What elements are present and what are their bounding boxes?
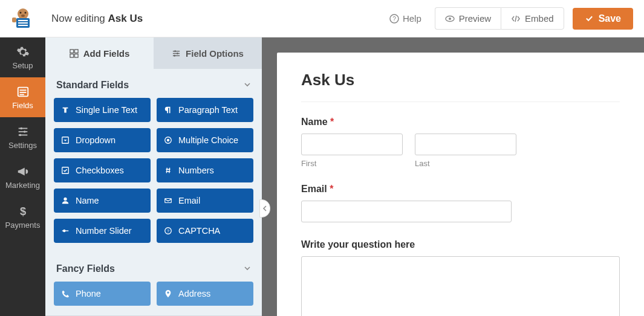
bullhorn-icon — [16, 165, 30, 178]
field-single-line-text[interactable]: Single Line Text — [54, 98, 151, 122]
svg-point-31 — [177, 53, 178, 54]
page-title: Now editing Ask Us — [51, 13, 143, 25]
user-icon — [61, 196, 70, 205]
grid-icon — [70, 49, 79, 58]
sidebar-item-payments[interactable]: $ Payments — [0, 197, 45, 237]
field-paragraph-text[interactable]: Paragraph Text — [157, 98, 253, 122]
section-standard-fields[interactable]: Standard Fields — [54, 69, 253, 98]
sublabel-last: Last — [415, 159, 516, 168]
label-question: Write your question here — [301, 239, 620, 250]
sidebar-item-label: Settings — [8, 141, 37, 150]
svg-point-36 — [167, 139, 169, 141]
field-email[interactable]: Email — [157, 189, 253, 213]
svg-rect-8 — [12, 18, 16, 22]
svg-text:$: $ — [19, 205, 25, 218]
phone-icon — [61, 289, 70, 298]
svg-rect-5 — [18, 20, 28, 21]
gear-icon — [16, 45, 30, 59]
sliders-icon — [16, 125, 30, 138]
map-pin-icon — [164, 289, 172, 298]
wpforms-logo — [0, 7, 45, 31]
field-dropdown[interactable]: Dropdown — [54, 128, 151, 152]
text-icon — [61, 106, 70, 114]
sliders-icon — [172, 49, 181, 58]
paragraph-icon — [164, 106, 172, 114]
input-email[interactable] — [301, 201, 512, 222]
field-multiple-choice[interactable]: Multiple Choice — [157, 128, 253, 152]
sublabel-first: First — [301, 159, 403, 168]
chevron-down-icon — [244, 80, 251, 91]
field-checkboxes[interactable]: Checkboxes — [54, 158, 151, 182]
field-name[interactable]: Name — [54, 189, 151, 213]
svg-rect-27 — [74, 54, 78, 57]
svg-rect-24 — [70, 49, 74, 53]
tab-field-options[interactable]: Field Options — [154, 37, 262, 69]
svg-point-18 — [20, 127, 22, 129]
field-phone[interactable]: Phone — [54, 282, 151, 306]
svg-point-20 — [23, 131, 25, 133]
field-number-slider[interactable]: Number Slider — [54, 219, 151, 243]
eye-icon — [445, 14, 455, 24]
label-email: Email * — [301, 184, 620, 195]
dollar-icon: $ — [16, 205, 30, 218]
sidebar-item-label: Setup — [13, 61, 33, 70]
svg-point-1 — [19, 11, 21, 13]
help-icon: ? — [389, 14, 399, 24]
envelope-icon — [164, 196, 172, 205]
hash-icon — [164, 166, 172, 175]
svg-point-12 — [449, 18, 451, 20]
field-captcha[interactable]: ?CAPTCHA — [157, 219, 253, 243]
help-link[interactable]: ? Help — [389, 13, 421, 24]
check-icon — [585, 14, 594, 23]
radio-icon — [164, 136, 172, 144]
save-button[interactable]: Save — [573, 8, 633, 30]
form-icon — [16, 85, 30, 98]
svg-point-33 — [174, 54, 175, 56]
svg-rect-39 — [165, 199, 172, 203]
code-icon — [511, 14, 521, 24]
input-last-name[interactable] — [415, 134, 516, 155]
svg-point-41 — [63, 230, 65, 232]
svg-point-0 — [18, 8, 28, 19]
sidebar-item-setup[interactable]: Setup — [0, 37, 45, 77]
caret-square-icon — [61, 136, 70, 144]
embed-button[interactable]: Embed — [501, 7, 564, 30]
field-numbers[interactable]: Numbers — [157, 158, 253, 182]
svg-rect-25 — [74, 49, 78, 53]
svg-point-3 — [21, 15, 25, 17]
tab-add-fields[interactable]: Add Fields — [45, 37, 154, 69]
sidebar-item-label: Fields — [12, 101, 33, 110]
svg-rect-6 — [18, 22, 28, 24]
chevron-down-icon — [244, 263, 251, 274]
checkbox-icon — [61, 166, 70, 175]
svg-point-38 — [63, 198, 67, 201]
svg-rect-7 — [18, 25, 28, 26]
svg-text:?: ? — [392, 16, 396, 22]
svg-point-29 — [174, 50, 176, 52]
label-name: Name * — [301, 117, 620, 127]
sidebar-item-label: Marketing — [5, 181, 40, 190]
field-address[interactable]: Address — [157, 282, 253, 306]
form-title: Ask Us — [301, 71, 620, 89]
sidebar-item-fields[interactable]: Fields — [0, 77, 45, 117]
section-fancy-fields[interactable]: Fancy Fields — [54, 253, 253, 282]
chevron-left-icon — [262, 205, 267, 211]
svg-point-22 — [19, 134, 21, 136]
sidebar-item-marketing[interactable]: Marketing — [0, 157, 45, 197]
preview-button[interactable]: Preview — [435, 7, 501, 30]
svg-rect-26 — [70, 54, 74, 57]
captcha-icon: ? — [164, 227, 172, 235]
svg-text:?: ? — [167, 229, 169, 233]
slider-icon — [61, 227, 70, 235]
input-question[interactable] — [301, 256, 620, 316]
sidebar-item-label: Payments — [5, 221, 41, 230]
sidebar-item-settings[interactable]: Settings — [0, 117, 45, 157]
svg-point-2 — [24, 11, 26, 13]
input-first-name[interactable] — [301, 134, 403, 155]
divider — [301, 102, 620, 102]
form-preview: Ask Us Name * First Last Email * Write y… — [277, 53, 644, 316]
